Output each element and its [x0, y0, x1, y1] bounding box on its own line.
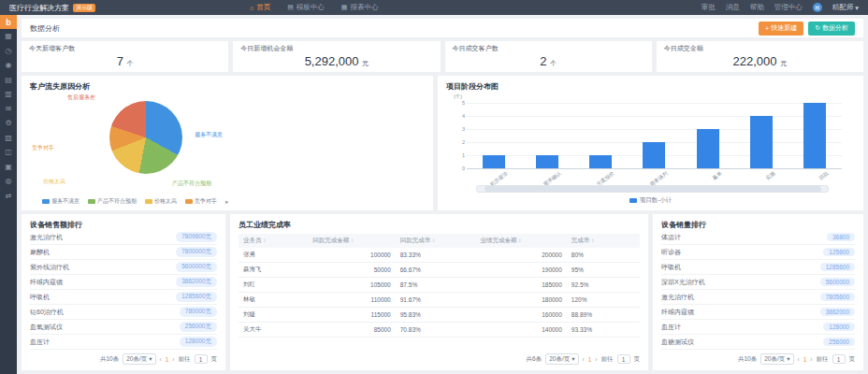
bar[interactable]: [697, 129, 719, 168]
bar-legend[interactable]: 项目数-小计: [446, 196, 855, 205]
cell-completion-rate: 80%: [567, 248, 640, 263]
list-item[interactable]: 深部X光治疗机5600000: [661, 275, 855, 290]
next-page-button[interactable]: ›: [595, 356, 597, 363]
sort-icon[interactable]: ↕: [351, 237, 354, 243]
legend-item[interactable]: 价格太高: [145, 197, 177, 206]
list-item[interactable]: 血糖测试仪256000: [661, 335, 855, 350]
prev-page-button[interactable]: ‹: [798, 356, 800, 363]
data-analysis-button[interactable]: ↻ 数据分析: [808, 22, 855, 36]
item-value: 1285600: [820, 263, 855, 271]
clock-icon[interactable]: ◷: [6, 44, 12, 59]
list-item[interactable]: 血压计128000元: [30, 335, 217, 350]
prev-page-button[interactable]: ‹: [160, 356, 162, 363]
table-row[interactable]: 聂海飞 50000 66.67% 190000 95%: [239, 263, 640, 278]
avatar[interactable]: 精: [813, 3, 822, 12]
legend-next-icon[interactable]: ▸: [225, 198, 229, 206]
sort-icon[interactable]: ↕: [263, 237, 266, 243]
column-header[interactable]: 业务员 ↕: [239, 234, 308, 248]
user-menu[interactable]: 精配师 ▾: [832, 3, 859, 12]
form-icon[interactable]: ▤: [5, 73, 12, 88]
sidebar-logo[interactable]: b: [0, 15, 17, 29]
table-row[interactable]: 林敏 110000 91.67% 180000 120%: [239, 293, 640, 308]
list-item[interactable]: 激光治疗机7809600元: [30, 230, 217, 245]
data-zoom-slider[interactable]: [476, 185, 829, 193]
column-header[interactable]: 完成率 ↕: [567, 234, 640, 248]
switch-icon[interactable]: ⇄: [6, 189, 12, 204]
prev-page-button[interactable]: ‹: [583, 356, 585, 363]
column-header[interactable]: 业绩完成金额 ↕: [476, 234, 567, 248]
page-size-select[interactable]: 20条/页▾: [545, 353, 578, 365]
list-item[interactable]: 麻醉机7800000元: [30, 245, 217, 260]
bar[interactable]: [536, 155, 558, 168]
page-size-select[interactable]: 20条/页▾: [760, 353, 793, 365]
list-item[interactable]: 钴60治疗机780000元: [30, 305, 217, 320]
cell-performance-amount: 200000: [476, 248, 567, 263]
pie-chart[interactable]: [109, 101, 182, 174]
page-unit: 页: [849, 355, 856, 364]
table-row[interactable]: 张勇 100000 83.33% 200000 80%: [239, 248, 640, 263]
refresh-icon: ↻: [815, 24, 820, 32]
table-row[interactable]: 吴大牛 85000 70.83% 140000 93.33%: [239, 323, 640, 338]
nav-report-center[interactable]: ▦ 报表中心: [341, 3, 379, 12]
goto-page-input[interactable]: [832, 354, 846, 364]
table-row[interactable]: 刘红 105000 87.5% 185000 92.5%: [239, 278, 640, 293]
mail-icon[interactable]: ✉: [6, 102, 12, 117]
list-item[interactable]: 血氧测试仪256000元: [30, 320, 217, 335]
bar[interactable]: [750, 116, 773, 168]
list-item[interactable]: 紫外线治疗机5600000元: [30, 260, 217, 275]
main-content: 数据分析 + 快速新建 ↻ 数据分析 今天新增客户数 7 个 今日新增机会金额 …: [17, 15, 868, 374]
page-number[interactable]: 1: [803, 356, 807, 363]
sort-icon[interactable]: ↕: [518, 237, 521, 243]
nav-template-center[interactable]: ▤ 模板中心: [287, 3, 325, 12]
column-header[interactable]: 回款完成金额 ↕: [308, 234, 395, 248]
next-page-button[interactable]: ›: [172, 356, 174, 363]
bar[interactable]: [803, 103, 826, 168]
chart-icon[interactable]: ▥: [5, 87, 12, 102]
page-number[interactable]: 1: [588, 356, 592, 363]
nav-home[interactable]: ⌂ 首页: [250, 3, 270, 12]
list-item[interactable]: 听诊器125600: [661, 245, 855, 260]
page-number[interactable]: 1: [166, 356, 169, 363]
sort-icon[interactable]: ↕: [432, 237, 435, 243]
admin-center-link[interactable]: 管理中心: [774, 3, 803, 12]
cell-performance-amount: 185000: [476, 278, 567, 293]
quick-create-button[interactable]: + 快速新建: [759, 22, 803, 36]
list-item[interactable]: 纤维内窥镜3862000元: [30, 275, 217, 290]
legend-item[interactable]: 竞争对手: [185, 197, 217, 206]
cell-payment-rate: 66.67%: [396, 263, 476, 278]
panel-title: 设备销售额排行: [30, 220, 217, 230]
messages-link[interactable]: 消息: [726, 3, 740, 12]
user-name: 精配师: [832, 3, 854, 12]
next-page-button[interactable]: ›: [810, 356, 812, 363]
column-header[interactable]: 回款完成率 ↕: [396, 234, 476, 248]
sort-icon[interactable]: ↕: [591, 237, 594, 243]
goto-page-input[interactable]: [195, 354, 208, 364]
template-icon: ▤: [287, 4, 294, 11]
bar[interactable]: [643, 142, 665, 168]
list-item[interactable]: 纤维内窥镜3862000: [661, 305, 855, 320]
legend-item[interactable]: 产品不符合预期: [88, 197, 137, 206]
data-zoom-handle[interactable]: [485, 186, 821, 192]
table-row[interactable]: 刘婕 115000 95.83% 160000 88.89%: [239, 308, 640, 323]
contacts-icon[interactable]: ◉: [6, 58, 12, 73]
bar[interactable]: [483, 155, 505, 168]
bar[interactable]: [589, 155, 612, 168]
list-item[interactable]: 体温计36800: [661, 230, 855, 245]
help-link[interactable]: 帮助: [750, 3, 764, 12]
list-item[interactable]: 血压计128000: [661, 320, 855, 335]
cell-completion-rate: 88.89%: [567, 308, 640, 323]
list-item[interactable]: 激光治疗机7805600: [661, 290, 855, 305]
comment-icon[interactable]: ◫: [5, 145, 12, 160]
list-item[interactable]: 呼吸机1285600元: [30, 290, 217, 305]
legend-item[interactable]: 服务不满意: [42, 197, 80, 206]
item-value: 128000元: [180, 337, 217, 347]
list-item[interactable]: 呼吸机1285600: [661, 260, 855, 275]
settings-icon[interactable]: ⚙: [5, 116, 11, 131]
team-icon[interactable]: ◍: [6, 174, 12, 189]
approval-link[interactable]: 审批: [702, 3, 716, 12]
calendar-icon[interactable]: ▣: [5, 160, 12, 175]
dashboard-icon[interactable]: ▦: [5, 29, 12, 44]
goto-page-input[interactable]: [617, 354, 630, 364]
page-size-select[interactable]: 20条/页▾: [123, 353, 155, 365]
folder-icon[interactable]: ▧: [5, 131, 12, 146]
